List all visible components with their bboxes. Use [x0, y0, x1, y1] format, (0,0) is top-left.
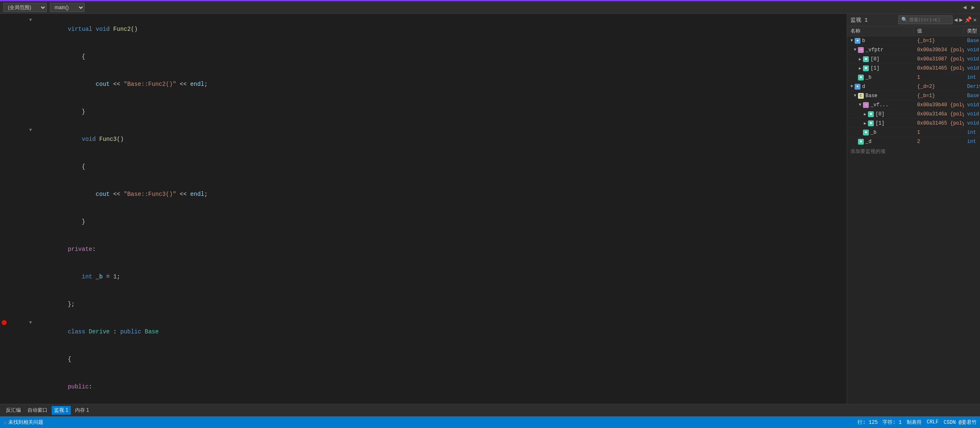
watch-value-cell: {_b=1}	[914, 92, 964, 100]
scope-dropdown[interactable]: (全局范围)	[3, 3, 47, 12]
memory-1-btn[interactable]: 内存 1	[72, 406, 92, 415]
expand-icon[interactable]: ▶	[864, 112, 866, 117]
watch-type-cell: void *	[964, 110, 980, 118]
watch-name-cell: ▶ ■ [1]	[847, 65, 914, 72]
watch-type-cell: void *	[964, 120, 980, 127]
code-area[interactable]: ▼ virtual void Func2() {	[0, 14, 847, 404]
code-content: private:	[33, 235, 847, 263]
watch-name-cell: ▼ C Base	[847, 92, 914, 100]
list-item[interactable]: ▼ → _vfptr 0x00a39b34 {polym.exe!voi... …	[847, 45, 980, 55]
list-item[interactable]: ▼ ● b {_b=1} Base	[847, 36, 980, 45]
list-item[interactable]: ▼ → _vf... 0x00a39b40 {polym.exe!voi... …	[847, 100, 980, 110]
class-icon: C	[858, 93, 864, 99]
add-watch-label[interactable]: 添加要监视的项	[847, 146, 980, 157]
close-icon[interactable]: ✕	[973, 16, 977, 23]
watch-value-cell: {_d=2}	[914, 83, 964, 90]
pin-icon[interactable]: 📌	[965, 16, 972, 23]
list-item[interactable]: ▼ C Base {_b=1} Base	[847, 91, 980, 100]
table-row: private:	[0, 235, 847, 263]
watch-type-cell: Base	[964, 92, 980, 100]
watch-search-box[interactable]: 🔍 搜索(Ctrl+E)	[898, 15, 953, 24]
collapse-btn[interactable]: ▼	[29, 15, 32, 25]
list-item[interactable]: ▶ ■ _b 1 int	[847, 73, 980, 82]
nav-fwd-icon[interactable]: ▶	[970, 3, 977, 12]
watch-name-cell: ▼ → _vf...	[847, 101, 914, 109]
watch-type-cell: void * *	[964, 46, 980, 54]
watch-value-cell: 1	[914, 129, 964, 136]
collapse-btn	[29, 70, 32, 80]
list-item[interactable]: ▶ ■ [1] 0x00a31465 {polym.exe!Bas... voi…	[847, 119, 980, 128]
disassembly-btn[interactable]: 反汇编	[3, 406, 23, 415]
expand-icon[interactable]: ▼	[850, 84, 853, 89]
bottom-toolbar: 反汇编 自动窗口 监视 1 内存 1	[0, 404, 980, 416]
collapse-btn	[29, 153, 32, 162]
breakpoint-dot	[2, 320, 7, 325]
top-toolbar: (全局范围) main() ◀ ▶	[0, 1, 980, 14]
expand-icon[interactable]: ▼	[854, 93, 856, 98]
code-content: public:	[33, 373, 847, 400]
watch-value-cell: 2	[914, 138, 964, 145]
watch-header: 监视 1 🔍 搜索(Ctrl+E) ◀ ▶ 📌 ✕	[847, 14, 980, 26]
watch-col-headers: 名称 值 类型	[847, 26, 980, 36]
status-error: ⚠ 未找到相关问题	[3, 419, 43, 426]
expand-icon[interactable]: ▼	[850, 38, 853, 43]
list-item[interactable]: ▶ ■ [0] 0x00a31087 {polym.exe!Bas... voi…	[847, 55, 980, 64]
list-item[interactable]: ▶ ■ _d 2 int	[847, 137, 980, 146]
nav-back-btn[interactable]: ◀	[954, 16, 958, 23]
list-item[interactable]: ▶ ■ _b 1 int	[847, 128, 980, 137]
watch-name-cell: ▶ ■ _d	[847, 138, 914, 145]
watch-value-cell: 0x00a39b40 {polym.exe!voi...	[914, 101, 964, 109]
collapse-btn	[29, 180, 32, 190]
watch-type-cell: void *	[964, 65, 980, 72]
expand-icon[interactable]: ▼	[859, 103, 861, 107]
field-icon: ■	[868, 111, 874, 117]
collapse-btn[interactable]: ▼	[29, 400, 32, 404]
breakpoint-area	[0, 318, 8, 328]
collapse-btn[interactable]: ▼	[29, 318, 32, 327]
code-editor: ▼ virtual void Func2() {	[0, 14, 847, 404]
watch-panel: 监视 1 🔍 搜索(Ctrl+E) ◀ ▶ 📌 ✕ 名称 值 类型	[847, 14, 980, 404]
expand-icon[interactable]: ▼	[854, 48, 856, 52]
field-icon: ■	[868, 120, 874, 126]
watch-title: 监视 1	[850, 16, 868, 24]
list-item[interactable]: ▶ ■ [0] 0x00a3146a {polym.exe!Der... voi…	[847, 110, 980, 119]
watch-1-btn[interactable]: 监视 1	[52, 406, 71, 415]
collapse-btn	[29, 43, 32, 52]
collapse-btn[interactable]: ▼	[29, 125, 32, 135]
status-right: 行: 125 字符: 1 制表符 CRLF CSDN @姜君竹	[858, 419, 977, 426]
encoding-info: CRLF	[927, 419, 939, 425]
watch-name-cell: ▶ ■ [0]	[847, 110, 914, 118]
field-icon: ■	[863, 130, 869, 135]
collapse-btn	[29, 98, 32, 107]
code-content: int _b = 1;	[33, 263, 847, 290]
watch-value-cell: 0x00a3146a {polym.exe!Der...	[914, 110, 964, 118]
function-dropdown[interactable]: main()	[50, 3, 85, 12]
watch-controls: 🔍 搜索(Ctrl+E) ◀ ▶ 📌 ✕	[898, 15, 977, 24]
expand-icon[interactable]: ▶	[859, 57, 861, 62]
list-item[interactable]: ▶ ■ [1] 0x00a31465 {polym.exe!Bas... voi…	[847, 64, 980, 73]
table-row: }	[0, 208, 847, 235]
watch-type-cell: int	[964, 129, 980, 136]
error-icon: ⚠	[3, 419, 7, 426]
watch-name-cell: ▼ ● b	[847, 37, 914, 45]
collapse-btn	[29, 263, 32, 272]
list-item[interactable]: ▼ ● d {_d=2} Derive	[847, 82, 980, 91]
col-type-header: 类型	[964, 28, 980, 35]
table-row: {	[0, 153, 847, 180]
watch-name-cell: ▶ ■ [0]	[847, 55, 914, 63]
watch-name-cell: ▶ ■ _b	[847, 129, 914, 136]
code-content: cout << "Base::Func2()" << endl;	[33, 70, 847, 98]
nav-fwd-btn[interactable]: ▶	[959, 16, 963, 23]
auto-window-btn[interactable]: 自动窗口	[25, 406, 50, 415]
nav-back-icon[interactable]: ◀	[961, 3, 968, 12]
table-row: int _b = 1;	[0, 263, 847, 290]
field-icon: ■	[863, 65, 869, 71]
watch-value-cell: 0x00a39b34 {polym.exe!voi...	[914, 46, 964, 54]
table-row: }	[0, 98, 847, 125]
expand-icon[interactable]: ▶	[864, 121, 866, 126]
expand-icon[interactable]: ▶	[859, 66, 861, 71]
watch-value-cell: {_b=1}	[914, 37, 964, 45]
code-content: class Derive : public Base	[33, 318, 847, 345]
status-bar: ⚠ 未找到相关问题 行: 125 字符: 1 制表符 CRLF CSDN @姜君…	[0, 416, 980, 428]
csdn-label: CSDN @姜君竹	[944, 419, 977, 426]
